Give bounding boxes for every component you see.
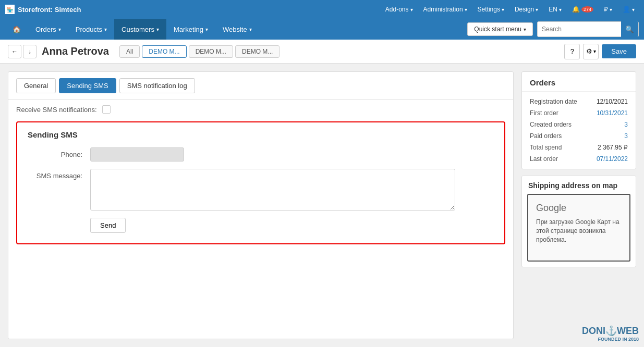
receive-sms-row: Receive SMS notifications: [8, 100, 513, 116]
tab-demo2[interactable]: DEMO M... [189, 45, 233, 58]
sidebar: Orders Registration date 12/10/2021 Firs… [521, 71, 636, 339]
nav-arrows: ← ↓ [8, 45, 37, 58]
nav-settings[interactable]: Settings ▾ [473, 4, 508, 15]
sms-box-title: Sending SMS [28, 130, 494, 139]
title-bar: ← ↓ Anna Petrova All DEMO M... DEMO M...… [0, 40, 644, 64]
home-icon: 🏠 [13, 26, 21, 33]
sms-box: Sending SMS Phone: SMS message: Send [16, 121, 505, 244]
chevron-down-icon: ▾ [559, 7, 562, 13]
title-bar-actions: ? ⚙ ▾ Save [564, 44, 636, 59]
chevron-down-icon: ▾ [465, 7, 467, 13]
map-error-text: При загрузке Google Карт на этой страниц… [536, 218, 622, 244]
chevron-down-icon: ▾ [249, 27, 252, 32]
notification-count: 274 [581, 6, 593, 13]
send-button[interactable]: Send [90, 218, 126, 233]
orders-card: Orders Registration date 12/10/2021 Firs… [521, 71, 636, 169]
chevron-down-icon: ▾ [593, 48, 596, 54]
receive-sms-checkbox[interactable] [102, 105, 111, 114]
sidebar-row-total-spend: Total spend 2 367.95 ₽ [530, 142, 628, 153]
quick-start-button[interactable]: Quick start menu ▾ [467, 22, 533, 36]
chevron-down-icon: ▾ [104, 27, 107, 32]
demo-tabs: All DEMO M... DEMO M... DEMO M... [119, 45, 280, 58]
phone-input[interactable] [90, 147, 184, 162]
user-icon: 👤 [623, 6, 630, 13]
nav-home[interactable]: 🏠 [5, 19, 28, 40]
store-icon: 🏪 [5, 5, 15, 14]
chevron-down-icon: ▾ [610, 7, 612, 13]
google-text: Google [536, 203, 622, 214]
sidebar-row-created-orders: Created orders 3 [530, 119, 628, 130]
nav-design[interactable]: Design ▾ [511, 4, 542, 15]
sidebar-row-first-order: First order 10/31/2021 [530, 107, 628, 119]
nav-products[interactable]: Products ▾ [68, 19, 114, 40]
sms-message-textarea[interactable] [90, 169, 455, 210]
content-tabs: General Sending SMS SMS notification log [8, 72, 513, 100]
sidebar-row-last-order: Last order 07/11/2022 [530, 153, 628, 165]
chevron-down-icon: ▾ [524, 27, 526, 32]
user-menu[interactable]: 👤 ▾ [618, 4, 639, 15]
chevron-down-icon: ▾ [58, 27, 61, 32]
page-title: Anna Petrova [42, 45, 109, 57]
receive-sms-label: Receive SMS notifications: [16, 106, 97, 114]
tab-all[interactable]: All [119, 45, 140, 58]
top-nav: Add-ons ▾ Administration ▾ Settings ▾ De… [381, 4, 639, 15]
nav-orders[interactable]: Orders ▾ [28, 19, 68, 40]
chevron-down-icon: ▾ [156, 27, 159, 32]
sms-message-row: SMS message: [28, 169, 494, 210]
phone-row: Phone: [28, 147, 494, 162]
chevron-down-icon: ▾ [502, 7, 504, 13]
send-row: Send [28, 218, 494, 233]
map-card-title: Shipping address on map [522, 176, 636, 194]
notifications[interactable]: 🔔 274 [568, 4, 598, 15]
search-input[interactable] [538, 22, 621, 36]
logo[interactable]: 🏪 Storefront: Simtech [5, 5, 81, 14]
tab-general[interactable]: General [16, 78, 56, 93]
settings-button[interactable]: ⚙ ▾ [583, 44, 599, 59]
chevron-down-icon: ▾ [410, 7, 413, 13]
sidebar-row-paid-orders: Paid orders 3 [530, 130, 628, 142]
main-layout: General Sending SMS SMS notification log… [0, 64, 644, 347]
orders-rows: Registration date 12/10/2021 First order… [522, 92, 636, 169]
nav-administration[interactable]: Administration ▾ [419, 4, 471, 15]
chevron-down-icon: ▾ [536, 7, 538, 13]
top-bar: 🏪 Storefront: Simtech Add-ons ▾ Administ… [0, 0, 644, 19]
tab-demo1[interactable]: DEMO M... [142, 45, 186, 58]
currency-label: ₽ [604, 6, 608, 13]
orders-card-title: Orders [522, 72, 636, 92]
chevron-down-icon: ▾ [632, 7, 635, 13]
save-button[interactable]: Save [602, 44, 636, 58]
secondary-nav: 🏠 Orders ▾ Products ▾ Customers ▾ Market… [0, 19, 644, 40]
phone-label: Phone: [28, 147, 90, 158]
tab-sending-sms[interactable]: Sending SMS [59, 78, 116, 93]
chevron-down-icon: ▾ [205, 27, 208, 32]
map-card: Shipping address on map Google При загру… [521, 176, 636, 267]
content-area: General Sending SMS SMS notification log… [8, 71, 514, 339]
currency-selector[interactable]: ₽ ▾ [600, 4, 616, 15]
search-button[interactable]: 🔍 [621, 21, 638, 37]
search-box: 🔍 [537, 21, 639, 37]
tab-sms-log[interactable]: SMS notification log [119, 78, 195, 93]
nav-marketing[interactable]: Marketing ▾ [166, 19, 215, 40]
nav-customers[interactable]: Customers ▾ [114, 19, 166, 40]
back-button[interactable]: ← [8, 45, 21, 58]
nav-addons[interactable]: Add-ons ▾ [381, 4, 417, 15]
nav-website[interactable]: Website ▾ [215, 19, 259, 40]
help-button[interactable]: ? [564, 44, 580, 59]
sidebar-row-reg-date: Registration date 12/10/2021 [530, 96, 628, 107]
map-placeholder: Google При загрузке Google Карт на этой … [527, 194, 630, 262]
logo-text: Storefront: Simtech [18, 6, 81, 14]
tab-demo3[interactable]: DEMO M... [235, 45, 280, 58]
forward-button[interactable]: ↓ [23, 45, 37, 58]
nav-language[interactable]: EN ▾ [544, 4, 566, 15]
sms-message-label: SMS message: [28, 169, 90, 180]
